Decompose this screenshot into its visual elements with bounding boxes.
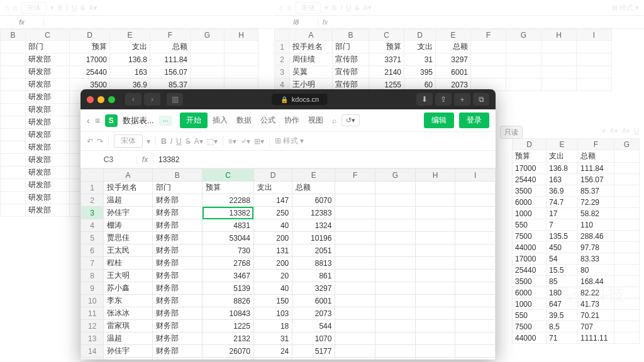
cell[interactable]: 支出 xyxy=(253,182,292,194)
cell[interactable]: 53044 xyxy=(203,232,254,244)
selected-cell[interactable]: 13382 xyxy=(203,207,254,219)
cell[interactable]: 张冰冰 xyxy=(104,307,152,320)
cell[interactable] xyxy=(455,257,496,270)
cell[interactable] xyxy=(455,295,496,307)
cell[interactable] xyxy=(455,320,496,332)
nav-forward-button[interactable]: › xyxy=(144,93,160,106)
cell[interactable] xyxy=(455,307,496,320)
cell[interactable] xyxy=(455,282,496,295)
cell[interactable] xyxy=(455,207,496,219)
cell[interactable]: 26070 xyxy=(203,345,254,358)
cell[interactable]: 4831 xyxy=(203,219,254,232)
cell[interactable]: 部门 xyxy=(152,182,203,194)
cell[interactable] xyxy=(335,270,375,282)
cell[interactable] xyxy=(415,345,455,358)
cell[interactable] xyxy=(415,295,455,307)
cell[interactable] xyxy=(335,295,375,307)
cell[interactable]: 程桂 xyxy=(104,257,152,270)
row-header[interactable]: 13 xyxy=(81,332,104,345)
cell[interactable]: 150 xyxy=(253,295,292,307)
cell[interactable] xyxy=(415,207,455,219)
style-button[interactable]: ⊞ 样式 ▾ xyxy=(275,136,304,146)
spreadsheet-grid[interactable]: ABCDEFGHI1投手姓名部门预算支出总额2温超财务部222881476070… xyxy=(80,168,496,359)
cell[interactable]: 1225 xyxy=(203,320,254,332)
cell[interactable]: 3297 xyxy=(292,282,335,295)
row-header[interactable]: 3 xyxy=(81,207,104,219)
cell[interactable] xyxy=(335,358,375,360)
cell[interactable] xyxy=(455,332,496,345)
cell[interactable] xyxy=(415,282,455,295)
cell[interactable]: 5177 xyxy=(292,345,335,358)
cell[interactable]: 雷家琪 xyxy=(104,320,152,332)
new-tab-button[interactable]: ＋ xyxy=(454,93,470,106)
cell[interactable] xyxy=(375,219,416,232)
cell[interactable]: 投手姓名 xyxy=(104,182,152,194)
cell[interactable]: 2132 xyxy=(203,332,254,345)
cell[interactable] xyxy=(335,345,375,358)
cell[interactable]: 250 xyxy=(253,207,292,219)
cell[interactable] xyxy=(415,244,455,257)
cell[interactable] xyxy=(375,244,416,257)
cell[interactable]: 财务部 xyxy=(152,257,203,270)
cell[interactable]: 131 xyxy=(253,244,292,257)
row-header[interactable]: 9 xyxy=(81,282,104,295)
close-icon[interactable] xyxy=(87,96,94,103)
column-header[interactable]: E xyxy=(292,169,335,182)
cell[interactable]: 103 xyxy=(253,307,292,320)
redo-icon[interactable]: ↷ xyxy=(97,137,103,146)
cell[interactable]: 8826 xyxy=(203,295,254,307)
back-arrow-icon[interactable]: ‹ xyxy=(87,116,90,126)
cell[interactable]: 贾思佳 xyxy=(104,232,152,244)
column-header[interactable]: F xyxy=(335,169,375,182)
cell[interactable] xyxy=(335,207,375,219)
history-button[interactable]: ↺▾ xyxy=(341,114,360,126)
strike-button[interactable]: S̶ xyxy=(186,137,191,146)
cell[interactable]: 苏小鑫 xyxy=(104,282,152,295)
cell[interactable]: 20 xyxy=(253,270,292,282)
column-header[interactable]: D xyxy=(253,169,292,182)
undo-icon[interactable]: ↶ xyxy=(87,137,93,146)
cell[interactable]: 31 xyxy=(253,332,292,345)
tab-开始[interactable]: 开始 xyxy=(180,112,208,128)
font-select[interactable]: 宋体 xyxy=(114,134,143,148)
tab-协作[interactable]: 协作 xyxy=(280,112,303,128)
row-header[interactable]: 8 xyxy=(81,270,104,282)
row-header[interactable]: 1 xyxy=(81,182,104,194)
formula-value[interactable]: 13382 xyxy=(153,155,179,164)
cell[interactable]: 3467 xyxy=(203,270,254,282)
cell[interactable] xyxy=(375,332,416,345)
row-header[interactable]: 14 xyxy=(81,345,104,358)
cell[interactable] xyxy=(375,282,416,295)
row-header[interactable]: 4 xyxy=(81,219,104,232)
cell[interactable] xyxy=(455,244,496,257)
cell[interactable]: 财务部 xyxy=(152,207,203,219)
cell[interactable] xyxy=(455,270,496,282)
fill-color-button[interactable]: ⬚▾ xyxy=(207,137,218,146)
address-bar[interactable]: 🔒 kdocs.cn xyxy=(272,94,328,105)
cell[interactable]: 李东 xyxy=(104,295,152,307)
cell[interactable] xyxy=(375,320,416,332)
cell[interactable] xyxy=(415,232,455,244)
row-header[interactable]: 11 xyxy=(81,307,104,320)
cell[interactable] xyxy=(335,332,375,345)
cell[interactable]: 王太民 xyxy=(104,244,152,257)
tab-公式[interactable]: 公式 xyxy=(257,112,279,128)
cell[interactable]: 18 xyxy=(253,320,292,332)
cell[interactable] xyxy=(375,232,416,244)
column-header[interactable]: G xyxy=(375,169,416,182)
row-header[interactable]: 7 xyxy=(81,257,104,270)
cell[interactable] xyxy=(455,232,496,244)
cell[interactable] xyxy=(375,207,416,219)
cell[interactable]: 861 xyxy=(292,270,335,282)
cell[interactable] xyxy=(455,182,496,194)
cell[interactable]: 40 xyxy=(253,219,292,232)
cell[interactable]: 财务部 xyxy=(152,345,203,358)
cell[interactable]: 1070 xyxy=(292,332,335,345)
cell[interactable] xyxy=(335,244,375,257)
cell[interactable] xyxy=(375,307,416,320)
cell[interactable] xyxy=(335,194,375,207)
column-header[interactable]: B xyxy=(152,169,203,182)
cell[interactable]: 财务部 xyxy=(152,307,203,320)
column-header[interactable] xyxy=(81,169,104,182)
cell[interactable] xyxy=(335,219,375,232)
